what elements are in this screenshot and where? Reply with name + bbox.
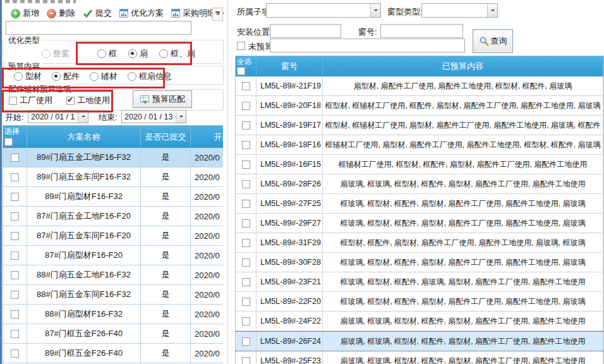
table-row[interactable]: 88#门扇型材F16-F32是2020/0 (3, 305, 223, 324)
row-checkbox[interactable] (242, 161, 250, 169)
radio-auxiliary[interactable]: 辅材 (90, 71, 118, 82)
row-checkbox[interactable] (11, 349, 19, 358)
chevron-down-icon[interactable] (78, 111, 88, 123)
query-button[interactable]: 查询 (473, 29, 513, 53)
row-checkbox[interactable] (11, 271, 19, 279)
radio-accessory[interactable]: 配件 (52, 71, 80, 82)
site-use-checkbox[interactable]: 工地使用 (66, 95, 110, 106)
header-submitted[interactable]: 是否已提交 (141, 126, 191, 148)
row-checkbox[interactable] (11, 212, 19, 221)
radio-label: 扇 (140, 48, 148, 59)
table-row[interactable]: LM5L-89#-23F21框玻璃, 框型材, 框配件, 扇玻璃, 扇型材, 扇… (236, 272, 603, 292)
table-row[interactable]: LM5L-89#-19F17框型材, 框辅材工厂使用, 扇型材, 扇配件工厂使用… (236, 116, 603, 135)
row-select-cell (236, 116, 257, 135)
table-row[interactable]: 87#门扇五金车间F16-F20是2020/0 (3, 226, 223, 246)
row-checkbox[interactable] (242, 239, 250, 247)
header-plan-name[interactable]: 方案名称 (27, 126, 141, 148)
table-row[interactable]: LM5L-89#-16F15框辅材工厂使用, 框型材, 框配件, 扇型材, 扇配… (236, 155, 603, 174)
table-row[interactable]: LM5L-89#-18F16框辅材工厂使用, 扇型材, 扇配件工厂使用, 扇配件… (236, 135, 603, 155)
table-row[interactable]: 87#门框五金F26-F40是2020/0 (3, 324, 223, 344)
table-row[interactable]: LM5L-89#-26F24扇玻璃, 框玻璃, 框型材, 框配件, 扇型材, 扇… (236, 331, 603, 351)
row-checkbox[interactable] (11, 193, 19, 201)
table-row[interactable]: 87#门扇型材F16-F20是2020/0 (3, 246, 223, 265)
row-checkbox[interactable] (11, 310, 19, 318)
header-budgeted-content[interactable]: 已预算内容 (323, 56, 603, 76)
sub-item-combobox[interactable] (266, 3, 381, 18)
row-checkbox[interactable] (242, 278, 250, 286)
row-checkbox[interactable] (242, 219, 250, 228)
row-checkbox[interactable] (242, 200, 250, 208)
radio-icon (128, 49, 137, 58)
radio-frame-sash[interactable]: 框、扇 (159, 48, 195, 59)
radio-profile[interactable]: 型材 (14, 71, 42, 82)
table-row[interactable]: 87#门扇五金工地F16-F20是2020/0 (3, 207, 223, 226)
table-row[interactable]: 89#门扇型材F16-F32是2020/0 (3, 187, 223, 207)
row-checkbox[interactable] (11, 154, 19, 162)
select-all-checkbox[interactable] (4, 138, 13, 146)
install-position-input[interactable] (270, 24, 341, 38)
add-button[interactable]: + 新增 (8, 6, 42, 20)
cell-content: 框型材, 框辅材工厂使用, 框配件, 扇型材, 扇配件工厂使用, 扇配件工地使用… (323, 96, 603, 115)
table-row[interactable]: LM5L-89#-24F22扇玻璃, 框玻璃, 框型材, 框配件, 扇型材, 扇… (236, 312, 603, 331)
row-checkbox[interactable] (242, 298, 250, 306)
start-date-picker[interactable]: 2020 / 01 / 1 (28, 110, 88, 123)
table-row[interactable]: LM5L-89#-31F29框型材, 框配件, 扇型材, 扇配件工厂使用, 扇配… (236, 233, 603, 253)
select-all-checkbox[interactable] (237, 67, 245, 75)
optimize-plan-button[interactable]: 优化方案 (116, 6, 167, 20)
row-checkbox[interactable] (242, 141, 250, 149)
header-window-no[interactable]: 窗号 (257, 56, 323, 76)
row-checkbox[interactable] (242, 121, 250, 130)
no-budget-input[interactable] (270, 39, 465, 52)
row-checkbox[interactable] (11, 330, 19, 338)
toolbar-overflow-button[interactable] (212, 8, 223, 21)
table-row[interactable]: LM5L-89#-28F26扇玻璃, 框玻璃, 框型材, 框配件, 扇型材, 扇… (236, 174, 603, 194)
row-checkbox[interactable] (11, 232, 19, 240)
window-type-combobox[interactable] (421, 3, 498, 18)
table-row[interactable]: LM5L-89#-27F25框玻璃, 框型材, 框配件, 扇型材, 扇配件工厂使… (236, 194, 603, 214)
factory-use-checkbox[interactable]: 工厂使用 (9, 95, 52, 106)
header-start[interactable]: 开始 (191, 126, 223, 148)
panel-splitter[interactable] (227, 0, 228, 364)
cell-name: 89#门扇五金车间F16-F32 (27, 167, 141, 186)
row-checkbox[interactable] (242, 180, 250, 188)
delete-button[interactable]: − 删除 (44, 6, 78, 20)
table-row[interactable]: LM5L-89#-29F27框玻璃, 框型材, 框配件, 扇型材, 扇配件工厂使… (236, 214, 603, 233)
row-checkbox[interactable] (242, 258, 250, 267)
cell-submitted: 是 (141, 207, 191, 226)
radio-frame-sash-info[interactable]: 框扇信息 (128, 71, 172, 82)
chevron-down-icon[interactable] (370, 4, 380, 17)
chevron-down-icon[interactable] (487, 4, 497, 17)
table-row[interactable]: LM5L-89#-25F23扇玻璃, 框玻璃, 框型材, 框配件, 扇型材, 扇… (236, 351, 603, 364)
radio-whole-window[interactable]: 整窗 (42, 48, 69, 59)
usage-options-group-label: 配件辅材预算选项 (6, 84, 73, 95)
table-row[interactable]: 89#门框五金F26-F40是2020/0 (3, 344, 223, 363)
row-checkbox[interactable] (11, 173, 19, 181)
radio-frame[interactable]: 框 (97, 48, 117, 59)
table-row[interactable]: 88#门扇五金工地F16-F32是2020/0 (3, 265, 223, 285)
row-checkbox[interactable] (242, 357, 250, 364)
table-row[interactable]: LM5L-89#-20F18框型材, 框辅材工厂使用, 框配件, 扇型材, 扇配… (236, 96, 603, 116)
plan-filter-input[interactable] (6, 21, 191, 35)
row-select-cell (3, 226, 27, 245)
row-checkbox[interactable] (242, 317, 250, 325)
budget-match-button[interactable]: 预算匹配 (133, 90, 192, 108)
submit-button[interactable]: 提交 (80, 6, 115, 20)
chevron-down-icon[interactable] (176, 111, 186, 123)
radio-sash[interactable]: 扇 (128, 48, 148, 59)
table-row[interactable]: 89#门扇五金工地F16-F32是2020/0 (3, 148, 223, 167)
table-row[interactable]: LM5L-89#-21F19扇型材, 扇配件工厂使用, 扇配件工地使用, 框型材… (236, 76, 603, 96)
table-row[interactable]: LM5L-89#-30F28框玻璃, 框型材, 框配件, 扇型材, 扇配件工厂使… (236, 253, 603, 272)
window-no-input[interactable] (380, 24, 463, 38)
row-checkbox[interactable] (242, 102, 250, 110)
no-budget-checkbox[interactable] (237, 42, 245, 50)
table-row[interactable]: LM5L-89#-22F20框玻璃, 框型材, 框配件, 扇型材, 扇配件工厂使… (236, 292, 603, 312)
row-checkbox[interactable] (11, 291, 19, 299)
row-select-cell (3, 285, 27, 304)
window-edge (0, 0, 2, 364)
end-date-picker[interactable]: 2020 / 01 / 13 (121, 110, 186, 123)
row-checkbox[interactable] (11, 252, 19, 260)
table-row[interactable]: 88#门扇五金车间F16-F32是2020/0 (3, 285, 223, 305)
row-checkbox[interactable] (242, 82, 250, 90)
table-row[interactable]: 89#门扇五金车间F16-F32是2020/0 (3, 167, 223, 187)
row-checkbox[interactable] (242, 337, 250, 346)
